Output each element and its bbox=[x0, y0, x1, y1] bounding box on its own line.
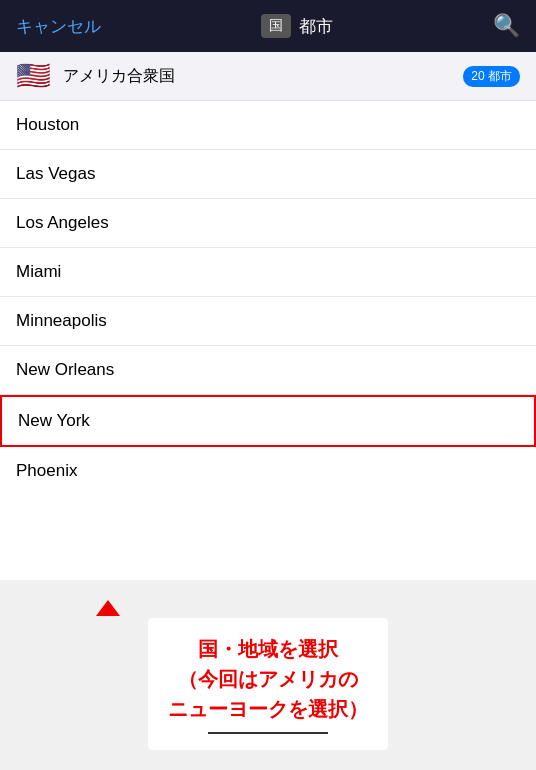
city-name: Las Vegas bbox=[16, 164, 95, 184]
list-item[interactable]: New York bbox=[0, 395, 536, 447]
app-screen: キャンセル 国 都市 🔍 🇺🇸 アメリカ合衆国 20 都市 HoustonLas… bbox=[0, 0, 536, 770]
nav-title: 都市 bbox=[299, 15, 333, 38]
annotation-box: 国・地域を選択 （今回はアメリカの ニューヨークを選択） bbox=[148, 618, 388, 750]
list-item[interactable]: Houston bbox=[0, 101, 536, 150]
city-list: HoustonLas VegasLos AngelesMiamiMinneapo… bbox=[0, 101, 536, 580]
country-name: アメリカ合衆国 bbox=[63, 66, 451, 87]
cancel-button[interactable]: キャンセル bbox=[16, 15, 101, 38]
annotation-text-line2: （今回はアメリカの bbox=[168, 664, 368, 694]
annotation-area: 国・地域を選択 （今回はアメリカの ニューヨークを選択） bbox=[0, 580, 536, 770]
search-icon[interactable]: 🔍 bbox=[493, 13, 520, 39]
city-name: Los Angeles bbox=[16, 213, 109, 233]
city-name: Miami bbox=[16, 262, 61, 282]
list-item[interactable]: Miami bbox=[0, 248, 536, 297]
country-flag: 🇺🇸 bbox=[16, 62, 51, 90]
city-name: New Orleans bbox=[16, 360, 114, 380]
annotation-arrow bbox=[96, 600, 120, 616]
list-item[interactable]: Phoenix bbox=[0, 447, 536, 495]
annotation-text-line1: 国・地域を選択 bbox=[168, 634, 368, 664]
annotation-underline bbox=[208, 732, 328, 734]
phone-container: キャンセル 国 都市 🔍 🇺🇸 アメリカ合衆国 20 都市 HoustonLas… bbox=[0, 0, 536, 770]
list-item[interactable]: Minneapolis bbox=[0, 297, 536, 346]
country-header: 🇺🇸 アメリカ合衆国 20 都市 bbox=[0, 52, 536, 101]
city-name: Houston bbox=[16, 115, 79, 135]
city-count-badge: 20 都市 bbox=[463, 66, 520, 87]
flag-tab-icon[interactable]: 国 bbox=[261, 14, 291, 38]
list-item[interactable]: Las Vegas bbox=[0, 150, 536, 199]
list-item[interactable]: New Orleans bbox=[0, 346, 536, 395]
list-item[interactable]: Los Angeles bbox=[0, 199, 536, 248]
nav-center: 国 都市 bbox=[261, 14, 333, 38]
city-name: Phoenix bbox=[16, 461, 77, 481]
city-name: Minneapolis bbox=[16, 311, 107, 331]
city-name: New York bbox=[18, 411, 90, 431]
nav-bar: キャンセル 国 都市 🔍 bbox=[0, 0, 536, 52]
annotation-text-line3: ニューヨークを選択） bbox=[168, 694, 368, 724]
